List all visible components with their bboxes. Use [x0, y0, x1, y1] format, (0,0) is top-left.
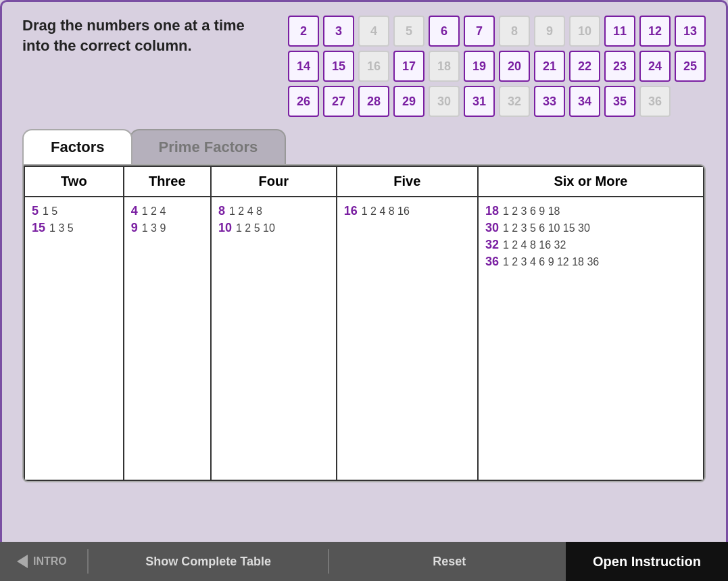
num-20[interactable]: 20: [499, 51, 530, 82]
reset-button[interactable]: Reset: [333, 555, 566, 569]
num-26[interactable]: 26: [288, 86, 319, 117]
col-header-three: Three: [124, 166, 211, 197]
num-13[interactable]: 13: [675, 16, 706, 47]
num-28[interactable]: 28: [358, 86, 389, 117]
num-5: 5: [393, 16, 424, 47]
num-10: 10: [569, 16, 600, 47]
num-32: 32: [499, 86, 530, 117]
num-35[interactable]: 35: [604, 86, 635, 117]
entry-30: 30 1 2 3 5 6 10 15 30: [485, 221, 696, 235]
entry-9: 9 1 3 9: [131, 221, 203, 235]
open-instruction-button[interactable]: Open Instruction: [566, 542, 728, 581]
tab-bar: Factors Prime Factors: [22, 129, 706, 164]
num-4: 4: [358, 16, 389, 47]
intro-label: INTRO: [33, 555, 67, 567]
num-11[interactable]: 11: [604, 16, 635, 47]
factor-table: Two Three Four Five Six or More 5 1 5: [24, 166, 704, 481]
num-30: 30: [429, 86, 460, 117]
entry-5: 5 1 5: [32, 204, 116, 218]
num-12[interactable]: 12: [639, 16, 671, 47]
intro-button[interactable]: INTRO: [0, 555, 84, 568]
col-three-cell: 4 1 2 4 9 1 3 9: [124, 197, 211, 480]
col-header-four: Four: [211, 166, 337, 197]
number-row-3: 26 27 28 29 30 31 32 33 34 35 36: [288, 86, 706, 117]
entry-8: 8 1 2 4 8: [218, 204, 329, 218]
show-complete-button[interactable]: Show Complete Table: [92, 555, 325, 569]
num-36: 36: [639, 86, 671, 117]
divider-1: [87, 549, 89, 574]
entry-10: 10 1 2 5 10: [218, 221, 329, 235]
number-row-2: 14 15 16 17 18 19 20 21 22 23 24 25: [288, 51, 706, 82]
col-two-cell: 5 1 5 15 1 3 5: [24, 197, 124, 480]
num-17[interactable]: 17: [393, 51, 424, 82]
entry-4: 4 1 2 4: [131, 204, 203, 218]
num-34[interactable]: 34: [569, 86, 600, 117]
col-header-two: Two: [24, 166, 124, 197]
num-22[interactable]: 22: [569, 51, 600, 82]
entry-16: 16 1 2 4 8 16: [344, 204, 470, 218]
num-21[interactable]: 21: [534, 51, 565, 82]
num-16: 16: [358, 51, 389, 82]
col-six-or-more-cell: 18 1 2 3 6 9 18 30 1 2 3 5 6 10 15 30 32…: [478, 197, 704, 480]
col-header-five: Five: [337, 166, 478, 197]
tab-factors[interactable]: Factors: [22, 129, 132, 164]
number-grid: 2 3 4 5 6 7 8 9 10 11 12 13 14 15 16 17 …: [288, 16, 706, 117]
num-7[interactable]: 7: [464, 16, 495, 47]
num-2[interactable]: 2: [288, 16, 319, 47]
divider-2: [328, 549, 329, 574]
entry-15: 15 1 3 5: [32, 221, 116, 235]
num-15[interactable]: 15: [323, 51, 354, 82]
col-five-cell: 16 1 2 4 8 16: [337, 197, 478, 480]
num-18: 18: [429, 51, 460, 82]
num-31[interactable]: 31: [464, 86, 495, 117]
num-6[interactable]: 6: [429, 16, 460, 47]
num-19[interactable]: 19: [464, 51, 495, 82]
toolbar: INTRO Show Complete Table Reset Open Ins…: [0, 542, 728, 581]
tab-prime-factors[interactable]: Prime Factors: [130, 129, 286, 164]
num-8: 8: [499, 16, 530, 47]
entry-32: 32 1 2 4 8 16 32: [485, 238, 696, 252]
factor-table-container: Two Three Four Five Six or More 5 1 5: [22, 164, 706, 482]
entry-18: 18 1 2 3 6 9 18: [485, 204, 696, 218]
num-27[interactable]: 27: [323, 86, 354, 117]
instructions-text: Drag the numbers one at a time into the …: [22, 16, 268, 55]
num-24[interactable]: 24: [639, 51, 671, 82]
col-four-cell: 8 1 2 4 8 10 1 2 5 10: [211, 197, 337, 480]
entry-36: 36 1 2 3 4 6 9 12 18 36: [485, 255, 696, 269]
num-3[interactable]: 3: [323, 16, 354, 47]
num-9: 9: [534, 16, 565, 47]
col-header-six-or-more: Six or More: [478, 166, 704, 197]
num-25[interactable]: 25: [675, 51, 706, 82]
num-23[interactable]: 23: [604, 51, 635, 82]
num-33[interactable]: 33: [534, 86, 565, 117]
num-29[interactable]: 29: [393, 86, 424, 117]
number-row-1: 2 3 4 5 6 7 8 9 10 11 12 13: [288, 16, 706, 47]
arrow-left-icon: [17, 555, 28, 568]
num-14[interactable]: 14: [288, 51, 319, 82]
